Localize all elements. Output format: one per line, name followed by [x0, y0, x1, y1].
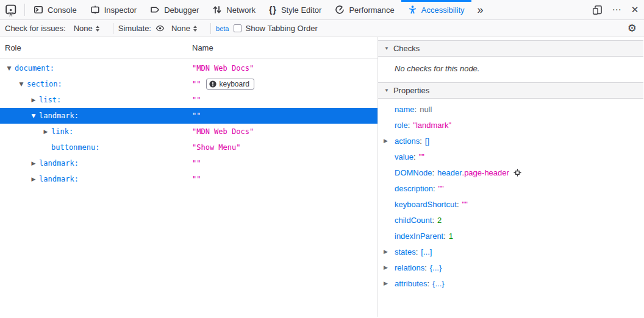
property-key: DOMNode — [395, 168, 432, 177]
twisty-collapsed-icon[interactable]: ▶ — [41, 129, 50, 135]
twisty-collapsed-icon[interactable]: ▶ — [384, 249, 388, 255]
twisty-expanded-icon: ▼ — [384, 46, 389, 51]
gear-icon[interactable]: ⚙ — [628, 22, 637, 35]
name-label: "Show Menu" — [192, 143, 240, 152]
name-cell: "" — [192, 175, 201, 183]
property-key: states — [395, 247, 416, 256]
twisty-collapsed-icon[interactable]: ▶ — [384, 138, 388, 144]
simulate-select[interactable]: None — [168, 23, 201, 34]
tree-row[interactable]: ▼landmark:"" — [0, 108, 377, 124]
simulate-label: Simulate: — [118, 24, 151, 33]
responsive-design-mode-button[interactable] — [587, 0, 607, 20]
devtools-menu-button[interactable]: ⋯ — [607, 0, 626, 20]
role-label: list: — [39, 96, 61, 104]
tree-row[interactable]: buttonmenu:"Show Menu" — [0, 140, 377, 155]
accessibility-tree-pane: Role Name ▼document:"MDN Web Docs"▼secti… — [0, 37, 378, 317]
property-key: relations — [395, 263, 424, 272]
tab-network[interactable]: Network — [206, 0, 262, 20]
tree-row[interactable]: ▼section:""keyboard — [0, 76, 377, 92]
property-key: childCount — [395, 216, 432, 225]
property-row[interactable]: role:"landmark" — [378, 117, 643, 133]
responsive-design-icon — [592, 5, 603, 15]
twisty-expanded-icon[interactable]: ▼ — [29, 113, 38, 119]
accessibility-sidebar: ▼ Checks No checks for this node. ▼ Prop… — [378, 37, 643, 317]
close-devtools-button[interactable]: ✕ — [626, 0, 644, 20]
check-for-issues-label: Check for issues: — [5, 24, 66, 33]
check-for-issues-value: None — [74, 24, 93, 33]
tab-accessibility[interactable]: Accessibility — [401, 0, 471, 20]
property-row[interactable]: DOMNode:header.page-header — [378, 164, 643, 180]
tree-row[interactable]: ▶list:"" — [0, 92, 377, 108]
role-label: landmark: — [39, 159, 79, 168]
twisty-expanded-icon[interactable]: ▼ — [17, 81, 26, 87]
accessibility-tree: ▼document:"MDN Web Docs"▼section:""keybo… — [0, 58, 377, 187]
property-value: {...} — [432, 279, 445, 288]
tab-debugger[interactable]: Debugger — [143, 0, 206, 20]
property-colon: : — [443, 231, 446, 241]
audit-badge[interactable]: keyboard — [206, 79, 254, 90]
property-colon: : — [457, 200, 459, 209]
overflow-tabs-button[interactable]: » — [471, 0, 490, 20]
property-row[interactable]: value:"" — [378, 149, 643, 164]
property-colon: : — [413, 152, 416, 161]
property-row[interactable]: ▶relations:{...} — [378, 260, 643, 275]
tab-style-editor[interactable]: {} Style Editor — [262, 0, 328, 20]
tree-row[interactable]: ▶link:"MDN Web Docs" — [0, 124, 377, 140]
role-label: link: — [51, 127, 73, 136]
check-for-issues-select[interactable]: None — [70, 23, 103, 34]
twisty-collapsed-icon[interactable]: ▶ — [384, 264, 388, 270]
tab-console[interactable]: Console — [27, 0, 84, 20]
property-row[interactable]: ▶states:[...] — [378, 244, 643, 260]
name-cell: "" — [192, 111, 201, 120]
twisty-expanded-icon: ▼ — [384, 88, 389, 93]
twisty-collapsed-icon[interactable]: ▶ — [29, 97, 38, 103]
pick-accessibility-icon — [5, 4, 18, 16]
property-value: 2 — [437, 216, 442, 225]
property-row[interactable]: description:"" — [378, 180, 643, 196]
meatball-menu-icon: ⋯ — [612, 4, 621, 15]
property-colon: : — [415, 105, 417, 114]
twisty-collapsed-icon[interactable]: ▶ — [29, 160, 38, 166]
role-label: landmark: — [39, 111, 79, 120]
properties-section-header[interactable]: ▼ Properties — [378, 82, 643, 99]
property-colon: : — [432, 216, 434, 225]
tab-label: Accessibility — [421, 5, 465, 15]
pick-accessible-object-button[interactable] — [0, 0, 23, 20]
property-row[interactable]: keyboardShortcut:"" — [378, 196, 643, 212]
property-row[interactable]: indexInParent:1 — [378, 228, 643, 244]
debugger-icon — [150, 5, 160, 15]
property-value: "" — [438, 184, 444, 193]
name-cell: "MDN Web Docs" — [192, 64, 254, 72]
inspect-node-icon[interactable] — [513, 169, 521, 177]
tree-row[interactable]: ▶landmark:"" — [0, 171, 377, 187]
tab-performance[interactable]: Performance — [328, 0, 401, 20]
show-tabbing-order-label[interactable]: Show Tabbing Order — [245, 24, 317, 33]
name-label: "" — [192, 159, 201, 168]
property-row[interactable]: childCount:2 — [378, 212, 643, 228]
property-value: 1 — [449, 231, 453, 241]
tree-row[interactable]: ▼document:"MDN Web Docs" — [0, 60, 377, 76]
domnode-tag: header — [437, 168, 462, 177]
tree-row[interactable]: ▶landmark:"" — [0, 155, 377, 171]
property-row[interactable]: ▶attributes:{...} — [378, 275, 643, 291]
property-value: "" — [462, 200, 468, 209]
property-colon: : — [424, 263, 427, 272]
property-row[interactable]: ▶actions:[] — [378, 133, 643, 149]
property-key: keyboardShortcut — [395, 200, 457, 209]
tab-label: Console — [48, 5, 77, 15]
checks-section-header[interactable]: ▼ Checks — [378, 40, 643, 57]
tab-inspector[interactable]: Inspector — [84, 0, 143, 20]
show-tabbing-order-checkbox[interactable] — [234, 24, 242, 32]
property-colon: : — [420, 136, 422, 146]
select-arrows-icon — [96, 26, 99, 32]
twisty-expanded-icon[interactable]: ▼ — [5, 65, 13, 71]
property-value: null — [420, 105, 432, 114]
domnode-class: .page-header — [462, 168, 509, 177]
name-cell: "" — [192, 96, 201, 104]
twisty-collapsed-icon[interactable]: ▶ — [29, 176, 38, 182]
twisty-collapsed-icon[interactable]: ▶ — [384, 280, 388, 286]
property-row[interactable]: name:null — [378, 101, 643, 117]
eye-icon — [156, 24, 165, 33]
name-label: "" — [192, 96, 201, 104]
name-cell: "" — [192, 159, 201, 168]
